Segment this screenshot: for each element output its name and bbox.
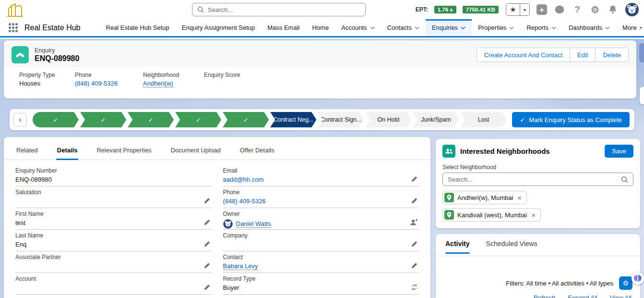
delete-button[interactable]: Delete (595, 48, 628, 62)
app-nav-bar: Real Estate Hub Real Estate Hub Setup En… (0, 19, 644, 37)
ept-label: EPT: (416, 6, 428, 13)
expand-all-link[interactable]: Expand All (568, 294, 597, 298)
record-detail-card: Related Details Relevant Properties Docu… (4, 137, 430, 298)
neighborhood-chip-andheri: Andheri(w), Mumbai × (442, 191, 527, 204)
tab-relevant-properties[interactable]: Relevant Properties (95, 147, 152, 160)
path-stage-contract-signed[interactable]: Contract Sign... (318, 112, 364, 127)
extension-brain-icon[interactable] (632, 272, 644, 285)
activity-filter-settings-button[interactable]: ⚙ (619, 276, 632, 290)
view-all-link[interactable]: View All (610, 294, 632, 298)
right-edge-button[interactable] (639, 43, 644, 62)
change-owner-icon[interactable] (410, 219, 418, 226)
neighborhood-link[interactable]: Andheri(w) (143, 80, 173, 87)
tab-document-upload[interactable]: Document Upload (170, 147, 222, 160)
nav-item-reports[interactable]: Reports (520, 19, 562, 36)
nav-item-more[interactable]: More▾ (616, 19, 644, 36)
path-stage-junk-spam[interactable]: Junk/Spam (413, 112, 459, 127)
field-first-name: First Name test (15, 208, 212, 230)
activity-tabs: Activity Scheduled Views (436, 240, 640, 256)
path-stage-completed-5[interactable]: ✓ (223, 112, 269, 127)
nav-item-label: Dashboards (569, 24, 602, 31)
path-card: › ✓ ✓ ✓ ✓ ✓ Contract Neg... Contract Sig… (10, 109, 634, 130)
edit-pencil-icon[interactable] (203, 197, 211, 204)
scrollbar-thumb[interactable] (640, 87, 644, 104)
field-label: Salutation (15, 189, 212, 196)
user-avatar[interactable] (625, 2, 639, 17)
plus-icon: + (537, 4, 547, 15)
location-pin-icon (444, 210, 454, 220)
nav-item-real-estate-hub-setup[interactable]: Real Estate Hub Setup (100, 19, 176, 36)
path-stage-lost[interactable]: Lost (460, 112, 506, 127)
nav-item-enquiry-assignment-setup[interactable]: Enquiry Assignment Setup (176, 19, 261, 36)
nav-item-properties[interactable]: Properties (472, 19, 520, 36)
tab-activity[interactable]: Activity (445, 240, 470, 253)
global-actions-button[interactable]: + (536, 4, 548, 15)
nav-item-home[interactable]: Home (306, 19, 335, 36)
create-account-and-contact-button[interactable]: Create Account And Contact (477, 48, 570, 62)
field-enquiry-number: Enquiry Number ENQ-089980 (15, 165, 212, 186)
path-stage-completed-4[interactable]: ✓ (175, 112, 221, 127)
field-label: Email (223, 167, 419, 174)
email-link[interactable]: aadd@hh.com (223, 176, 264, 183)
nav-item-mass-email[interactable]: Mass Email (261, 19, 306, 36)
tab-scheduled-views[interactable]: Scheduled Views (486, 240, 537, 253)
guidance-center-button[interactable] (554, 4, 565, 15)
nav-item-enquiries[interactable]: Enquiries (426, 19, 472, 36)
contact-link[interactable]: Babara Levy (223, 262, 258, 270)
edit-pencil-icon[interactable] (203, 219, 211, 226)
record-object-label: Enquiry (35, 47, 79, 54)
tab-details[interactable]: Details (56, 147, 79, 160)
notifications-button[interactable] (607, 4, 619, 15)
owner-link[interactable]: Daniel Watts (236, 220, 271, 228)
field-salutation: Salutation (15, 186, 212, 208)
save-button[interactable]: Save (605, 145, 633, 158)
change-record-type-icon[interactable] (411, 284, 418, 291)
nav-item-label: Mass Email (267, 24, 299, 31)
path-stage-completed-3[interactable]: ✓ (128, 112, 174, 127)
tab-offer-details[interactable]: Offer Details (239, 147, 275, 160)
setup-gear-button[interactable]: ⚙ (589, 4, 601, 15)
favorites-dropdown-button[interactable]: ▾ (520, 4, 529, 15)
tab-related[interactable]: Related (15, 147, 39, 160)
field-value: test (15, 219, 212, 226)
path-stage-contract-negotiation[interactable]: Contract Neg... (270, 112, 316, 127)
path-stage-completed-2[interactable]: ✓ (80, 112, 126, 127)
neighborhood-search-input[interactable] (448, 176, 617, 183)
field-label: Company (223, 232, 419, 239)
caret-down-icon: ▾ (524, 7, 526, 12)
edit-pencil-icon[interactable] (203, 240, 211, 248)
global-search-input[interactable] (208, 6, 360, 13)
favorite-star-button[interactable]: ★ (506, 4, 520, 15)
edit-pencil-icon[interactable] (411, 240, 418, 248)
help-button[interactable]: ? (572, 4, 583, 15)
edit-pencil-icon[interactable] (203, 262, 211, 269)
edit-pencil-icon[interactable] (411, 175, 418, 183)
mark-status-complete-label: Mark Enquiry Status as Complete (529, 116, 622, 124)
edit-button[interactable]: Edit (570, 48, 595, 62)
chevron-right-icon: › (19, 115, 21, 124)
mark-status-complete-button[interactable]: ✓ Mark Enquiry Status as Complete (512, 112, 630, 127)
refresh-link[interactable]: Refresh (534, 294, 556, 298)
nav-item-accounts[interactable]: Accounts (335, 19, 381, 36)
field-label: Account (15, 275, 212, 282)
field-value: ENQ-089980 (15, 176, 212, 183)
edit-pencil-icon[interactable] (411, 262, 418, 269)
check-icon: ✓ (520, 116, 525, 124)
nav-item-contacts[interactable]: Contacts (381, 19, 426, 36)
app-launcher-icon[interactable] (9, 23, 18, 32)
enquiry-object-icon (12, 46, 29, 63)
nav-item-dashboards[interactable]: Dashboards (562, 19, 616, 36)
phone-link[interactable]: (848) 409-5326 (75, 80, 118, 87)
path-stage-completed-1[interactable]: ✓ (33, 112, 79, 127)
phone-link[interactable]: (848) 409-5326 (223, 198, 266, 205)
path-expand-button[interactable]: › (13, 113, 27, 126)
edit-pencil-icon[interactable] (203, 284, 211, 291)
nav-item-label: Properties (478, 24, 506, 31)
check-icon: ✓ (196, 116, 201, 124)
remove-chip-icon[interactable]: × (530, 211, 537, 219)
path-stage-on-hold[interactable]: On Hold (365, 112, 411, 127)
chevron-down-icon (509, 26, 514, 29)
edit-pencil-icon[interactable] (411, 197, 418, 204)
favorites-control: ★ ▾ (506, 3, 530, 16)
remove-chip-icon[interactable]: × (516, 194, 523, 201)
